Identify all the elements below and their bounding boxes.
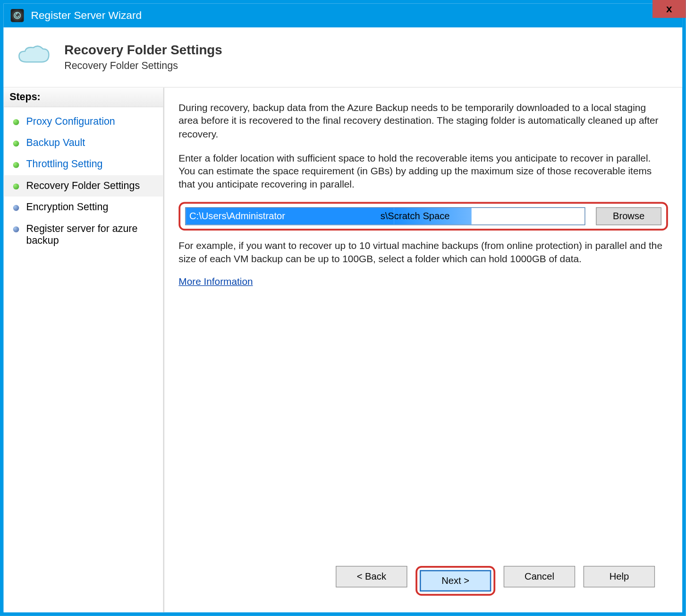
back-button[interactable]: < Back [336, 566, 407, 587]
close-icon: x [666, 3, 672, 15]
step-label: Register server for azure backup [26, 223, 145, 247]
step-label: Recovery Folder Settings [26, 180, 140, 192]
bullet-icon [13, 141, 19, 147]
step-label: Backup Vault [26, 137, 85, 149]
folder-path-input[interactable]: C:\Users\Administrators\Scratch Space [185, 207, 585, 225]
cloud-icon [14, 44, 52, 71]
step-register-server: Register server for azure backup [4, 218, 163, 252]
step-label: Throttling Setting [26, 158, 102, 170]
bullet-icon [13, 226, 19, 232]
intro-paragraph-2: Enter a folder location with sufficient … [178, 151, 668, 191]
bullet-icon [13, 162, 19, 168]
step-backup-vault[interactable]: Backup Vault [4, 132, 163, 154]
wizard-header: Recovery Folder Settings Recovery Folder… [4, 27, 683, 87]
next-button-highlight: Next > [415, 566, 495, 596]
folder-path-text-right: s\Scratch Space [381, 211, 450, 221]
window-title: Register Server Wizard [31, 9, 142, 22]
example-paragraph: For example, if you want to recover up t… [178, 239, 668, 265]
step-encryption-setting: Encryption Setting [4, 197, 163, 218]
steps-title: Steps: [4, 87, 163, 107]
app-icon [11, 9, 24, 22]
bullet-icon [13, 205, 19, 211]
more-information-link[interactable]: More Information [178, 276, 668, 287]
folder-path-text-left: C:\Users\Administrator [189, 211, 285, 221]
next-button[interactable]: Next > [420, 570, 491, 591]
step-label: Proxy Configuration [26, 116, 115, 128]
help-button[interactable]: Help [584, 566, 655, 587]
step-throttling-setting[interactable]: Throttling Setting [4, 154, 163, 175]
cancel-button[interactable]: Cancel [504, 566, 575, 587]
page-subheading: Recovery Folder Settings [64, 60, 222, 72]
page-heading: Recovery Folder Settings [64, 43, 222, 58]
step-recovery-folder-settings: Recovery Folder Settings [4, 175, 163, 197]
main-panel: During recovery, backup data from the Az… [164, 87, 682, 612]
intro-paragraph-1: During recovery, backup data from the Az… [178, 101, 668, 140]
folder-input-row: C:\Users\Administrators\Scratch Space Br… [178, 202, 668, 231]
browse-button[interactable]: Browse [596, 207, 661, 225]
titlebar: Register Server Wizard x [4, 4, 683, 27]
wizard-window: Register Server Wizard x Recovery Folder… [0, 0, 686, 616]
step-label: Encryption Setting [26, 201, 108, 213]
wizard-footer: < Back Next > Cancel Help [178, 560, 668, 605]
close-button[interactable]: x [652, 0, 686, 18]
bullet-icon [13, 119, 19, 125]
steps-sidebar: Steps: Proxy Configuration Backup Vault … [4, 87, 164, 612]
step-proxy-configuration[interactable]: Proxy Configuration [4, 111, 163, 132]
bullet-icon [13, 183, 19, 189]
